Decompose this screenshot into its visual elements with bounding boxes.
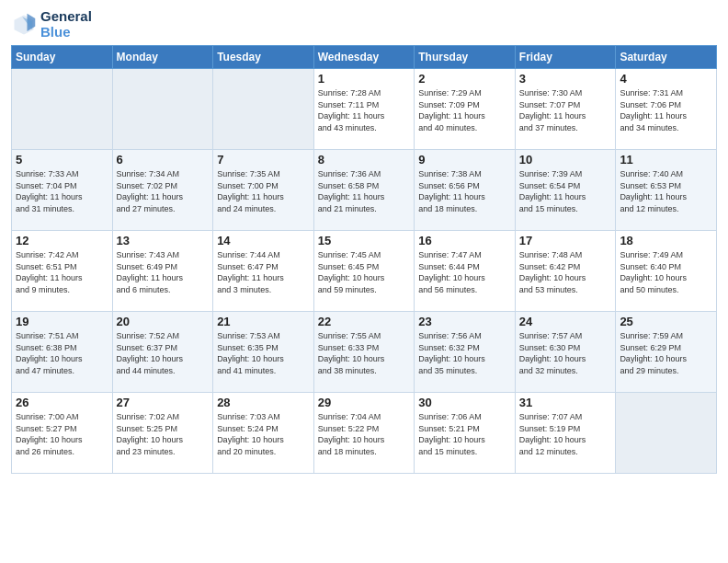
day-info: Sunrise: 7:40 AM Sunset: 6:53 PM Dayligh… [620,168,712,214]
day-info: Sunrise: 7:33 AM Sunset: 7:04 PM Dayligh… [16,168,108,214]
day-number: 12 [16,234,108,247]
day-info: Sunrise: 7:02 AM Sunset: 5:25 PM Dayligh… [117,411,210,457]
day-number: 23 [418,315,511,328]
day-cell: 29Sunrise: 7:04 AM Sunset: 5:22 PM Dayli… [313,393,415,474]
day-number: 5 [16,153,108,167]
day-info: Sunrise: 7:31 AM Sunset: 7:06 PM Dayligh… [620,87,712,133]
day-cell: 15Sunrise: 7:45 AM Sunset: 6:45 PM Dayli… [313,231,415,312]
day-info: Sunrise: 7:48 AM Sunset: 6:42 PM Dayligh… [519,249,612,295]
header-thursday: Thursday [415,46,516,69]
day-info: Sunrise: 7:59 AM Sunset: 6:29 PM Dayligh… [620,330,712,376]
logo-text: General Blue [40,9,92,40]
day-cell: 30Sunrise: 7:06 AM Sunset: 5:21 PM Dayli… [415,393,516,474]
day-cell: 19Sunrise: 7:51 AM Sunset: 6:38 PM Dayli… [12,312,113,393]
day-cell: 21Sunrise: 7:53 AM Sunset: 6:35 PM Dayli… [213,312,314,393]
logo-icon [11,12,37,38]
day-cell [112,69,213,150]
day-number: 16 [418,234,511,247]
day-number: 4 [620,72,712,86]
day-info: Sunrise: 7:56 AM Sunset: 6:32 PM Dayligh… [418,330,511,376]
page-container: General Blue SundayMondayTuesdayWednesda… [0,0,728,481]
week-row-4: 26Sunrise: 7:00 AM Sunset: 5:27 PM Dayli… [12,393,717,474]
day-number: 28 [217,396,310,409]
day-info: Sunrise: 7:38 AM Sunset: 6:56 PM Dayligh… [418,168,511,214]
day-info: Sunrise: 7:34 AM Sunset: 7:02 PM Dayligh… [117,168,210,214]
day-info: Sunrise: 7:00 AM Sunset: 5:27 PM Dayligh… [16,411,108,457]
day-info: Sunrise: 7:57 AM Sunset: 6:30 PM Dayligh… [519,330,612,376]
day-cell: 16Sunrise: 7:47 AM Sunset: 6:44 PM Dayli… [415,231,516,312]
day-info: Sunrise: 7:52 AM Sunset: 6:37 PM Dayligh… [117,330,210,376]
day-info: Sunrise: 7:06 AM Sunset: 5:21 PM Dayligh… [418,411,511,457]
week-row-3: 19Sunrise: 7:51 AM Sunset: 6:38 PM Dayli… [12,312,717,393]
week-row-1: 5Sunrise: 7:33 AM Sunset: 7:04 PM Daylig… [12,150,717,231]
day-info: Sunrise: 7:29 AM Sunset: 7:09 PM Dayligh… [418,87,511,133]
day-cell: 25Sunrise: 7:59 AM Sunset: 6:29 PM Dayli… [616,312,717,393]
day-number: 14 [217,234,310,247]
day-cell: 18Sunrise: 7:49 AM Sunset: 6:40 PM Dayli… [616,231,717,312]
day-cell: 2Sunrise: 7:29 AM Sunset: 7:09 PM Daylig… [415,69,516,150]
day-number: 10 [519,153,612,167]
day-info: Sunrise: 7:43 AM Sunset: 6:49 PM Dayligh… [117,249,210,295]
day-info: Sunrise: 7:03 AM Sunset: 5:24 PM Dayligh… [217,411,310,457]
day-cell: 13Sunrise: 7:43 AM Sunset: 6:49 PM Dayli… [112,231,213,312]
day-number: 9 [418,153,511,167]
day-cell: 1Sunrise: 7:28 AM Sunset: 7:11 PM Daylig… [313,69,415,150]
day-info: Sunrise: 7:55 AM Sunset: 6:33 PM Dayligh… [318,330,411,376]
day-number: 11 [620,153,712,167]
day-info: Sunrise: 7:07 AM Sunset: 5:19 PM Dayligh… [519,411,612,457]
day-cell: 20Sunrise: 7:52 AM Sunset: 6:37 PM Dayli… [112,312,213,393]
day-info: Sunrise: 7:42 AM Sunset: 6:51 PM Dayligh… [16,249,108,295]
header-monday: Monday [112,46,213,69]
day-number: 22 [318,315,411,328]
header: General Blue [11,9,717,40]
day-cell: 24Sunrise: 7:57 AM Sunset: 6:30 PM Dayli… [515,312,616,393]
day-info: Sunrise: 7:36 AM Sunset: 6:58 PM Dayligh… [318,168,411,214]
day-info: Sunrise: 7:30 AM Sunset: 7:07 PM Dayligh… [519,87,612,133]
day-number: 30 [418,396,511,409]
header-tuesday: Tuesday [213,46,314,69]
day-cell [12,69,113,150]
day-info: Sunrise: 7:39 AM Sunset: 6:54 PM Dayligh… [519,168,612,214]
day-cell: 10Sunrise: 7:39 AM Sunset: 6:54 PM Dayli… [515,150,616,231]
day-cell: 26Sunrise: 7:00 AM Sunset: 5:27 PM Dayli… [12,393,113,474]
header-wednesday: Wednesday [313,46,415,69]
day-number: 2 [418,72,511,86]
day-number: 13 [117,234,210,247]
day-cell: 11Sunrise: 7:40 AM Sunset: 6:53 PM Dayli… [616,150,717,231]
day-info: Sunrise: 7:35 AM Sunset: 7:00 PM Dayligh… [217,168,310,214]
header-friday: Friday [515,46,616,69]
day-number: 6 [117,153,210,167]
day-number: 3 [519,72,612,86]
day-info: Sunrise: 7:04 AM Sunset: 5:22 PM Dayligh… [318,411,411,457]
day-cell: 5Sunrise: 7:33 AM Sunset: 7:04 PM Daylig… [12,150,113,231]
logo: General Blue [11,9,92,40]
day-number: 29 [318,396,411,409]
week-row-0: 1Sunrise: 7:28 AM Sunset: 7:11 PM Daylig… [12,69,717,150]
day-number: 1 [318,72,411,86]
day-info: Sunrise: 7:45 AM Sunset: 6:45 PM Dayligh… [318,249,411,295]
day-cell: 22Sunrise: 7:55 AM Sunset: 6:33 PM Dayli… [313,312,415,393]
day-cell: 12Sunrise: 7:42 AM Sunset: 6:51 PM Dayli… [12,231,113,312]
day-number: 8 [318,153,411,167]
day-number: 24 [519,315,612,328]
day-cell: 31Sunrise: 7:07 AM Sunset: 5:19 PM Dayli… [515,393,616,474]
day-number: 7 [217,153,310,167]
header-sunday: Sunday [12,46,113,69]
day-info: Sunrise: 7:51 AM Sunset: 6:38 PM Dayligh… [16,330,108,376]
day-cell: 27Sunrise: 7:02 AM Sunset: 5:25 PM Dayli… [112,393,213,474]
calendar-table: SundayMondayTuesdayWednesdayThursdayFrid… [11,45,717,474]
day-cell: 9Sunrise: 7:38 AM Sunset: 6:56 PM Daylig… [415,150,516,231]
day-number: 25 [620,315,712,328]
header-saturday: Saturday [616,46,717,69]
day-cell: 28Sunrise: 7:03 AM Sunset: 5:24 PM Dayli… [213,393,314,474]
day-number: 27 [117,396,210,409]
day-cell: 6Sunrise: 7:34 AM Sunset: 7:02 PM Daylig… [112,150,213,231]
day-number: 26 [16,396,108,409]
day-cell: 7Sunrise: 7:35 AM Sunset: 7:00 PM Daylig… [213,150,314,231]
day-cell: 4Sunrise: 7:31 AM Sunset: 7:06 PM Daylig… [616,69,717,150]
day-info: Sunrise: 7:44 AM Sunset: 6:47 PM Dayligh… [217,249,310,295]
day-cell [213,69,314,150]
day-info: Sunrise: 7:53 AM Sunset: 6:35 PM Dayligh… [217,330,310,376]
day-number: 31 [519,396,612,409]
day-info: Sunrise: 7:47 AM Sunset: 6:44 PM Dayligh… [418,249,511,295]
